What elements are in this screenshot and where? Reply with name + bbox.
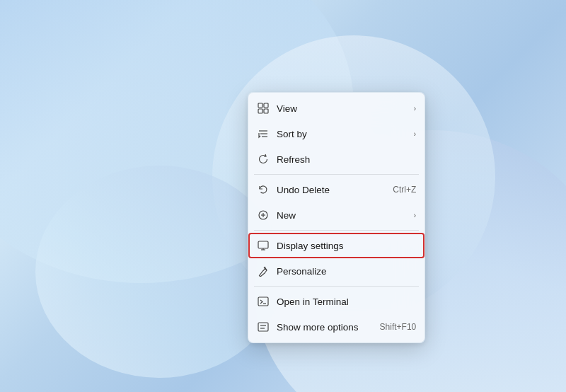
undo-icon <box>257 183 270 196</box>
menu-item-open-terminal[interactable]: Open in Terminal <box>248 289 424 314</box>
menu-item-show-more[interactable]: Show more options Shift+F10 <box>248 314 424 340</box>
menu-item-personalize[interactable]: Personalize <box>248 258 424 284</box>
svg-rect-2 <box>258 109 262 113</box>
svg-rect-3 <box>264 109 268 113</box>
view-icon <box>257 102 270 115</box>
sort-by-arrow: › <box>414 129 417 138</box>
more-icon <box>257 321 270 333</box>
personalize-label: Personalize <box>277 266 416 277</box>
svg-rect-1 <box>264 103 268 108</box>
refresh-icon <box>257 153 270 166</box>
separator-3 <box>254 286 419 287</box>
open-terminal-label: Open in Terminal <box>277 296 416 307</box>
sort-icon <box>257 127 270 140</box>
menu-item-undo-delete[interactable]: Undo Delete Ctrl+Z <box>248 177 424 202</box>
svg-rect-16 <box>258 323 268 331</box>
svg-rect-14 <box>258 297 268 306</box>
display-settings-label: Display settings <box>277 241 416 251</box>
undo-delete-shortcut: Ctrl+Z <box>393 185 416 195</box>
refresh-label: Refresh <box>277 154 416 165</box>
new-label: New <box>277 210 401 221</box>
context-menu: View › Sort by › Refresh <box>248 92 425 343</box>
svg-rect-10 <box>258 241 268 248</box>
separator-1 <box>254 174 419 175</box>
view-arrow: › <box>414 104 417 113</box>
show-more-shortcut: Shift+F10 <box>380 322 417 332</box>
separator-2 <box>254 230 419 231</box>
menu-item-new[interactable]: New › <box>248 202 424 228</box>
view-label: View <box>277 103 401 114</box>
undo-delete-label: Undo Delete <box>277 185 371 195</box>
new-arrow: › <box>414 211 417 219</box>
menu-item-refresh[interactable]: Refresh <box>248 146 424 172</box>
display-icon <box>257 239 270 252</box>
svg-rect-0 <box>258 103 262 108</box>
sort-by-label: Sort by <box>277 129 401 139</box>
menu-item-display-settings[interactable]: Display settings <box>248 233 424 258</box>
personalize-icon <box>257 265 270 277</box>
terminal-icon <box>257 295 270 308</box>
new-icon <box>257 209 270 221</box>
menu-item-view[interactable]: View › <box>248 96 424 121</box>
menu-item-sort-by[interactable]: Sort by › <box>248 121 424 146</box>
show-more-label: Show more options <box>277 322 359 333</box>
